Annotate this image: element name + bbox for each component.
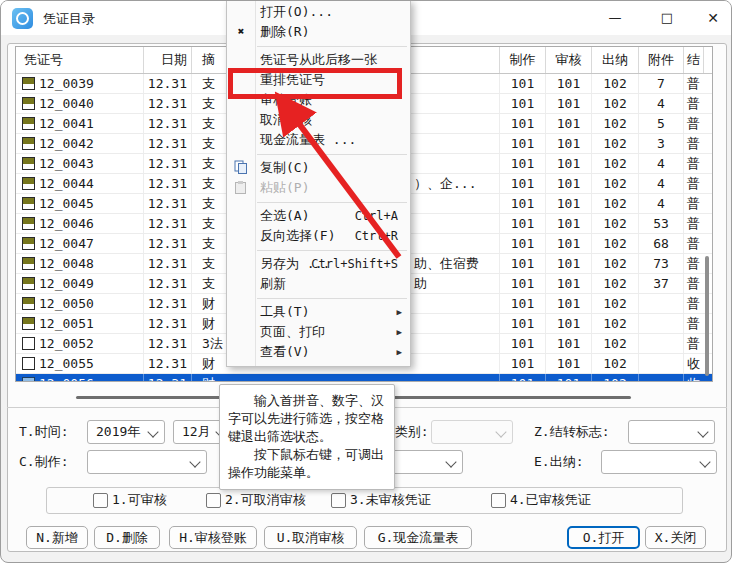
- annotation-highlight-box: [228, 68, 402, 99]
- voucher-state-icon: [22, 357, 35, 370]
- carryover-select[interactable]: [628, 420, 715, 444]
- submenu-arrow-icon: ▶: [397, 322, 402, 342]
- menu-item[interactable]: 删除(R)✖: [227, 22, 410, 42]
- voucher-state-icon: [22, 377, 35, 382]
- menu-separator: [227, 198, 410, 206]
- carryover-filter-label: Z.结转标志:: [534, 420, 609, 444]
- voucher-state-icon: [22, 297, 35, 310]
- chevron-down-icon: [445, 456, 456, 467]
- maker-filter-label: C.制作:: [19, 450, 68, 474]
- submenu-arrow-icon: ▶: [397, 302, 402, 322]
- chevron-down-icon: [189, 456, 200, 467]
- column-header-8[interactable]: 结: [684, 47, 704, 73]
- voucher-state-icon: [22, 157, 35, 170]
- action-button[interactable]: H.审核登账: [169, 526, 257, 549]
- voucher-state-icon: [22, 237, 35, 250]
- checkbox-icon: [331, 493, 346, 508]
- menu-item[interactable]: 刷新: [227, 274, 410, 294]
- voucher-state-icon: [22, 217, 35, 230]
- context-menu: 打开(O)...删除(R)✖凭证号从此后移一张重排凭证号审核登账取消审核现金流量…: [226, 0, 411, 367]
- year-select[interactable]: 2019年: [87, 420, 165, 444]
- chevron-down-icon: [697, 426, 708, 437]
- chevron-down-icon: [699, 456, 710, 467]
- window-title: 凭证目录: [43, 10, 95, 28]
- column-header-1[interactable]: 凭证号: [16, 47, 144, 73]
- cashier-select[interactable]: [601, 450, 717, 474]
- menu-item[interactable]: 另存为 ...Ctrl+Shift+S: [227, 254, 410, 274]
- maker-select[interactable]: [87, 450, 207, 474]
- checkbox-icon: [93, 493, 108, 508]
- menu-item[interactable]: 查看(V)▶: [227, 342, 410, 362]
- menu-item[interactable]: 现金流量表 ...: [227, 130, 410, 150]
- action-button[interactable]: U.取消审核: [264, 526, 357, 549]
- cashier-filter-label: E.出纳:: [534, 450, 583, 474]
- voucher-state-icon: [22, 277, 35, 290]
- delete-x-icon: ✖: [233, 24, 249, 40]
- voucher-directory-window: 凭证目录 — □ ✕ 凭证号日期摘制作审核出纳附件结 12_003912.31支…: [0, 0, 732, 563]
- hint-tooltip: 输入首拼音、数字、汉 字可以先进行筛选，按空格 键退出筛选状态。 按下鼠标右键，…: [219, 384, 395, 490]
- maximize-button[interactable]: □: [644, 1, 690, 34]
- checkbox-icon: [491, 493, 506, 508]
- minimize-button[interactable]: —: [592, 1, 638, 34]
- filter-checkbox[interactable]: 4.已审核凭证: [491, 490, 591, 510]
- filter-checkbox[interactable]: 1.可审核: [93, 490, 167, 510]
- voucher-state-icon: [22, 97, 35, 110]
- voucher-state-icon: [22, 317, 35, 330]
- submenu-arrow-icon: ▶: [397, 342, 402, 362]
- action-button[interactable]: G.现金流量表: [364, 526, 472, 549]
- menu-item[interactable]: 工具(T)▶: [227, 302, 410, 322]
- action-button[interactable]: N.新增: [26, 526, 88, 549]
- voucher-state-icon: [22, 197, 35, 210]
- voucher-state-icon: [22, 137, 35, 150]
- menu-item[interactable]: 取消审核: [227, 110, 410, 130]
- paste-icon: [233, 180, 249, 196]
- action-button[interactable]: X.关闭: [645, 526, 706, 549]
- menu-separator: [227, 246, 410, 254]
- menu-item[interactable]: 复制(C): [227, 158, 410, 178]
- close-button[interactable]: ✕: [690, 1, 732, 34]
- menu-shortcut: Ctrl+R: [355, 226, 398, 246]
- copy-icon: [233, 160, 249, 176]
- menu-separator: [227, 150, 410, 158]
- table-row[interactable]: 12_005612.31财101101102收: [16, 374, 712, 382]
- menu-item[interactable]: 页面、打印▶: [227, 322, 410, 342]
- time-filter-label: T.时间:: [19, 420, 68, 444]
- vertical-scrollbar-thumb[interactable]: [705, 256, 709, 376]
- column-header-2[interactable]: 日期: [144, 47, 192, 73]
- menu-item: 粘贴(P): [227, 178, 410, 198]
- column-header-7[interactable]: 附件: [639, 47, 684, 73]
- menu-separator: [227, 294, 410, 302]
- chevron-down-icon: [147, 426, 158, 437]
- checkbox-icon: [206, 493, 221, 508]
- chevron-down-icon: [495, 426, 506, 437]
- menu-item[interactable]: 打开(O)...: [227, 2, 410, 22]
- column-header-4[interactable]: 制作: [500, 47, 546, 73]
- action-button[interactable]: O.打开: [567, 526, 640, 549]
- column-header-5[interactable]: 审核: [546, 47, 592, 73]
- menu-shortcut: Ctrl+Shift+S: [311, 254, 398, 274]
- filter-checkbox[interactable]: 2.可取消审核: [206, 490, 306, 510]
- voucher-state-icon: [22, 117, 35, 130]
- app-icon: [12, 8, 33, 29]
- voucher-state-icon: [22, 177, 35, 190]
- voucher-state-icon: [22, 77, 35, 90]
- menu-item[interactable]: 凭证号从此后移一张: [227, 50, 410, 70]
- action-button[interactable]: D.删除: [94, 526, 160, 549]
- voucher-state-icon: [22, 257, 35, 270]
- category-select[interactable]: [431, 420, 513, 444]
- filter-checkbox[interactable]: 3.未审核凭证: [331, 490, 431, 510]
- voucher-state-icon: [22, 337, 35, 350]
- menu-item[interactable]: 全选(A)Ctrl+A: [227, 206, 410, 226]
- menu-item[interactable]: 反向选择(F)Ctrl+R: [227, 226, 410, 246]
- column-header-6[interactable]: 出纳: [592, 47, 639, 73]
- menu-separator: [227, 42, 410, 50]
- menu-shortcut: Ctrl+A: [355, 206, 398, 226]
